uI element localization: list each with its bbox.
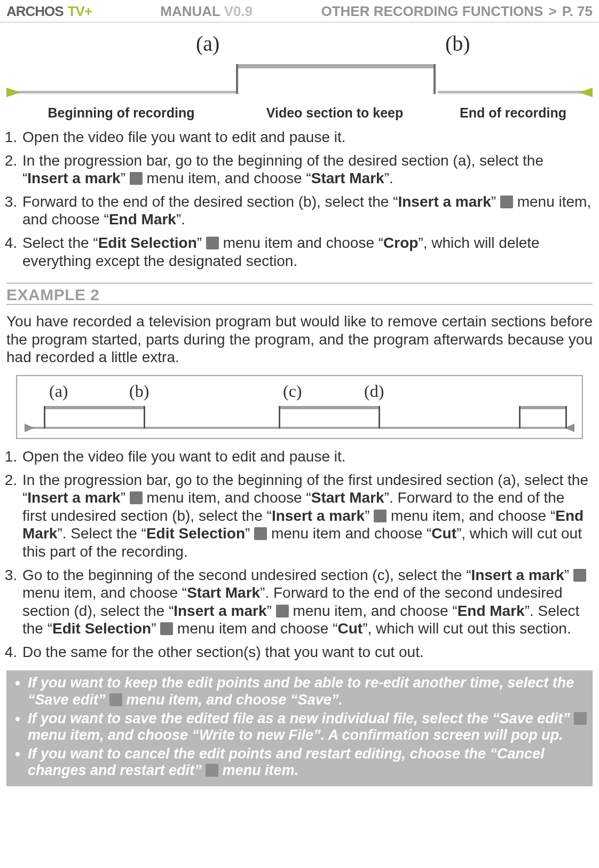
step-1-text: Open the video file you want to edit and…	[22, 129, 346, 145]
example2-title: EXAMPLE 2	[6, 283, 593, 305]
mark-icon	[130, 491, 143, 504]
pre-section-bar	[6, 91, 236, 93]
cancel-icon	[206, 764, 218, 777]
step-1-text: Open the video file you want to edit and…	[22, 448, 346, 465]
timeline-bar	[28, 427, 571, 429]
sublabel-keep: Video section to keep	[236, 105, 434, 121]
step-2: In the progression bar, go to the beginn…	[21, 471, 593, 561]
marker-b-label: (b)	[129, 381, 149, 401]
edit-icon	[160, 622, 173, 635]
start-arrow-icon	[6, 88, 20, 97]
save-icon	[574, 712, 587, 725]
segment-cd	[279, 406, 380, 409]
cut-diagram: (a) (b) (c) (d)	[16, 375, 583, 439]
start-arrow-icon	[25, 424, 34, 432]
crop-diagram: (a) (b)	[6, 31, 593, 103]
mark-icon	[500, 196, 513, 208]
breadcrumb-separator: >	[548, 3, 556, 20]
manual-page: ARCHOS TV+ MANUAL V0.9 OTHER RECORDING F…	[0, 0, 599, 797]
page-header: ARCHOS TV+ MANUAL V0.9 OTHER RECORDING F…	[0, 0, 599, 22]
brand-logo: ARCHOS	[6, 3, 64, 20]
step-2: In the progression bar, go to the beginn…	[21, 152, 593, 187]
marker-a-label: (a)	[196, 31, 219, 56]
mark-icon	[573, 569, 586, 582]
example2-steps: Open the video file you want to edit and…	[21, 448, 593, 661]
marker-d-label: (d)	[364, 381, 384, 401]
mark-icon	[276, 605, 289, 617]
diagram-sublabels: Beginning of recording Video section to …	[6, 105, 593, 121]
keep-section-bar	[236, 64, 434, 68]
step-1: Open the video file you want to edit and…	[21, 448, 593, 466]
sublabel-begin: Beginning of recording	[6, 105, 236, 121]
edit-icon	[206, 237, 219, 249]
page-number: P. 75	[562, 3, 593, 20]
manual-label: MANUAL	[160, 3, 220, 19]
manual-version: V0.9	[224, 3, 253, 19]
mark-icon	[374, 510, 387, 522]
header-right: OTHER RECORDING FUNCTIONS > P. 75	[321, 3, 593, 20]
step-1: Open the video file you want to edit and…	[21, 128, 593, 146]
tick-end1	[519, 406, 521, 428]
marker-c-label: (c)	[283, 381, 302, 401]
step-3: Go to the beginning of the second undesi…	[21, 566, 593, 638]
edit-icon	[254, 527, 267, 540]
note-2: If you want to save the edited file as a…	[28, 710, 587, 744]
step-4: Do the same for the other section(s) tha…	[21, 643, 593, 661]
marker-b-tick	[434, 64, 436, 94]
end-arrow-icon	[579, 88, 593, 97]
example2-intro: You have recorded a television program b…	[6, 312, 593, 366]
save-icon	[109, 693, 122, 706]
example1-steps: Open the video file you want to edit and…	[21, 128, 593, 270]
step-4: Select the “Edit Selection” menu item an…	[21, 234, 593, 270]
sublabel-end: End of recording	[434, 105, 593, 121]
post-section-bar	[438, 91, 593, 93]
tick-end2	[565, 406, 567, 428]
header-left: ARCHOS TV+	[6, 3, 92, 20]
segment-ab	[44, 406, 145, 409]
note-1: If you want to keep the edit points and …	[28, 675, 587, 708]
tick-b	[144, 406, 145, 428]
notes-box: If you want to keep the edit points and …	[6, 670, 593, 786]
note-3: If you want to cancel the edit points an…	[28, 746, 587, 779]
mark-icon	[130, 172, 143, 185]
step-3: Forward to the end of the desired sectio…	[21, 193, 593, 229]
marker-b-label: (b)	[445, 31, 470, 56]
product-name: TV+	[68, 3, 92, 20]
tick-d	[379, 406, 380, 428]
marker-a-tick	[236, 64, 238, 94]
tick-c	[279, 406, 280, 428]
section-name: OTHER RECORDING FUNCTIONS	[321, 3, 543, 20]
segment-end	[519, 406, 567, 409]
marker-a-label: (a)	[49, 381, 68, 401]
header-center: MANUAL V0.9	[160, 3, 253, 20]
tick-a	[44, 406, 45, 428]
step-4-text: Do the same for the other section(s) tha…	[22, 644, 424, 660]
